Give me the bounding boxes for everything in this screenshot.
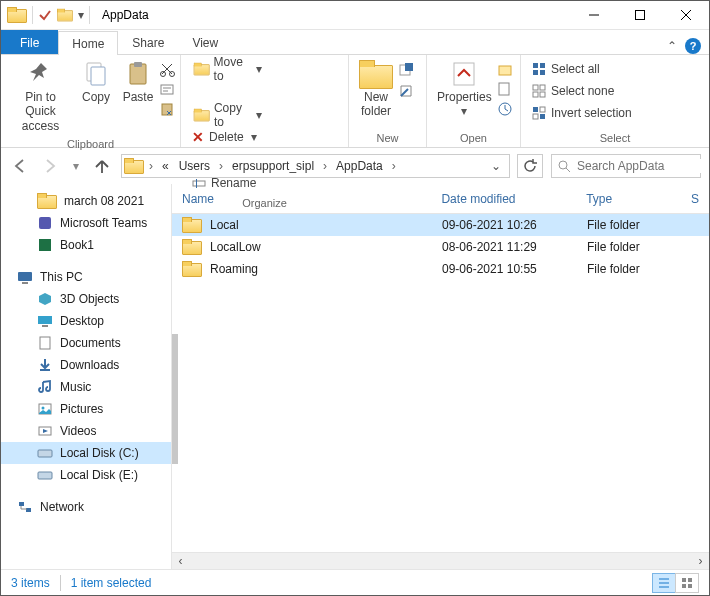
sidebar-item-pictures[interactable]: Pictures bbox=[1, 398, 171, 420]
svg-rect-23 bbox=[533, 92, 538, 97]
col-type[interactable]: Type bbox=[576, 184, 681, 213]
svg-rect-41 bbox=[38, 472, 52, 479]
sidebar-item-book1[interactable]: Book1 bbox=[1, 234, 171, 256]
tab-file[interactable]: File bbox=[1, 30, 58, 54]
col-date[interactable]: Date modified bbox=[431, 184, 576, 213]
properties-button[interactable]: Properties▾ bbox=[432, 58, 497, 121]
select-all-button[interactable]: Select all bbox=[526, 58, 638, 80]
sidebar-item-teams[interactable]: Microsoft Teams bbox=[1, 212, 171, 234]
delete-button[interactable]: ✕Delete▾ bbox=[186, 126, 268, 148]
svg-rect-31 bbox=[39, 239, 51, 251]
navigation-row: ▾ › « Users› erpsupport_sipl› AppData› ⌄ bbox=[1, 148, 709, 184]
svg-rect-46 bbox=[682, 584, 686, 588]
folder-icon bbox=[124, 158, 144, 174]
svg-rect-17 bbox=[533, 63, 538, 68]
col-size[interactable]: S bbox=[681, 184, 709, 213]
folder-icon bbox=[7, 7, 27, 23]
svg-rect-18 bbox=[540, 63, 545, 68]
up-button[interactable] bbox=[91, 155, 113, 177]
tab-share[interactable]: Share bbox=[118, 30, 178, 54]
paste-button[interactable]: Paste bbox=[117, 58, 159, 106]
svg-rect-26 bbox=[540, 107, 545, 112]
breadcrumb-appdata[interactable]: AppData bbox=[332, 159, 387, 173]
copy-button[interactable]: Copy bbox=[75, 58, 117, 106]
svg-rect-25 bbox=[533, 107, 538, 112]
group-select: Select all Select none Invert selection … bbox=[521, 55, 709, 147]
tab-home[interactable]: Home bbox=[58, 31, 118, 55]
sidebar-item-local-c[interactable]: Local Disk (C:) bbox=[1, 442, 171, 464]
list-item[interactable]: Local 09-06-2021 10:26 File folder bbox=[172, 214, 709, 236]
svg-rect-32 bbox=[18, 272, 32, 281]
pin-to-quick-access-button[interactable]: Pin to Quick access bbox=[6, 58, 75, 135]
paste-shortcut-icon[interactable] bbox=[159, 101, 175, 117]
column-headers[interactable]: Name Date modified Type S bbox=[172, 184, 709, 214]
sidebar-item-music[interactable]: Music bbox=[1, 376, 171, 398]
col-name[interactable]: Name bbox=[172, 184, 431, 213]
forward-button bbox=[39, 155, 61, 177]
folder-icon-small[interactable] bbox=[55, 7, 75, 23]
select-none-button[interactable]: Select none bbox=[526, 80, 638, 102]
maximize-button[interactable] bbox=[617, 1, 663, 29]
breadcrumb-users[interactable]: Users bbox=[175, 159, 214, 173]
svg-rect-36 bbox=[40, 337, 50, 349]
close-button[interactable] bbox=[663, 1, 709, 29]
minimize-button[interactable] bbox=[571, 1, 617, 29]
search-icon bbox=[558, 160, 571, 173]
svg-rect-19 bbox=[533, 70, 538, 75]
list-item[interactable]: LocalLow 08-06-2021 11:29 File folder bbox=[172, 236, 709, 258]
new-item-icon[interactable] bbox=[398, 61, 414, 77]
sidebar-item-local-e[interactable]: Local Disk (E:) bbox=[1, 464, 171, 486]
sidebar-item-thispc[interactable]: This PC bbox=[1, 266, 171, 288]
history-icon[interactable] bbox=[497, 101, 513, 117]
svg-point-5 bbox=[161, 72, 166, 77]
dropdown-icon[interactable]: ▾ bbox=[78, 8, 84, 22]
sidebar-item-documents[interactable]: Documents bbox=[1, 332, 171, 354]
tab-view[interactable]: View bbox=[178, 30, 232, 54]
sidebar-item-videos[interactable]: Videos bbox=[1, 420, 171, 442]
breadcrumb-user[interactable]: erpsupport_sipl bbox=[228, 159, 318, 173]
breadcrumb-overflow[interactable]: « bbox=[158, 159, 173, 173]
search-input[interactable] bbox=[577, 159, 710, 173]
address-dropdown-icon[interactable]: ⌄ bbox=[485, 159, 507, 173]
list-item[interactable]: Roaming 09-06-2021 10:55 File folder bbox=[172, 258, 709, 280]
svg-rect-35 bbox=[42, 325, 48, 327]
horizontal-scrollbar[interactable]: ‹ › bbox=[172, 552, 709, 569]
search-box[interactable] bbox=[551, 154, 701, 178]
new-folder-button[interactable]: New folder bbox=[354, 58, 398, 121]
file-list[interactable]: Local 09-06-2021 10:26 File folder Local… bbox=[172, 214, 709, 552]
move-to-button[interactable]: Move to▾ bbox=[186, 58, 268, 80]
view-large-button[interactable] bbox=[675, 573, 699, 593]
invert-selection-button[interactable]: Invert selection bbox=[526, 102, 638, 124]
svg-rect-33 bbox=[22, 282, 28, 284]
chevron-up-icon[interactable]: ⌃ bbox=[667, 39, 677, 53]
svg-rect-30 bbox=[39, 217, 51, 229]
sidebar-item-3d[interactable]: 3D Objects bbox=[1, 288, 171, 310]
sidebar-item-network[interactable]: Network bbox=[1, 496, 171, 518]
status-bar: 3 items 1 item selected bbox=[1, 569, 709, 595]
sidebar-item-desktop[interactable]: Desktop bbox=[1, 310, 171, 332]
cut-icon[interactable] bbox=[159, 61, 175, 77]
back-button[interactable] bbox=[9, 155, 31, 177]
help-icon[interactable]: ? bbox=[685, 38, 701, 54]
group-open: Properties▾ Open bbox=[427, 55, 521, 147]
status-count: 3 items bbox=[11, 576, 50, 590]
edit-icon[interactable] bbox=[497, 81, 513, 97]
scroll-right-button[interactable]: › bbox=[692, 553, 709, 570]
sidebar-item-march[interactable]: march 08 2021 bbox=[1, 190, 171, 212]
open-icon[interactable] bbox=[497, 61, 513, 77]
view-details-button[interactable] bbox=[652, 573, 676, 593]
group-clipboard: Pin to Quick access Copy Paste Clipboard bbox=[1, 55, 181, 147]
refresh-button[interactable] bbox=[517, 154, 543, 178]
navigation-pane[interactable]: march 08 2021 Microsoft Teams Book1 This… bbox=[1, 184, 171, 569]
copy-to-button[interactable]: Copy to▾ bbox=[186, 104, 268, 126]
check-icon[interactable] bbox=[38, 8, 52, 22]
easy-access-icon[interactable] bbox=[398, 83, 414, 99]
status-selected: 1 item selected bbox=[71, 576, 152, 590]
group-new: New folder New bbox=[349, 55, 427, 147]
recent-dropdown[interactable]: ▾ bbox=[69, 155, 83, 177]
address-bar[interactable]: › « Users› erpsupport_sipl› AppData› ⌄ bbox=[121, 154, 510, 178]
copy-path-icon[interactable] bbox=[159, 81, 175, 97]
sidebar-item-downloads[interactable]: Downloads bbox=[1, 354, 171, 376]
scroll-left-button[interactable]: ‹ bbox=[172, 553, 189, 570]
svg-rect-27 bbox=[533, 114, 538, 119]
